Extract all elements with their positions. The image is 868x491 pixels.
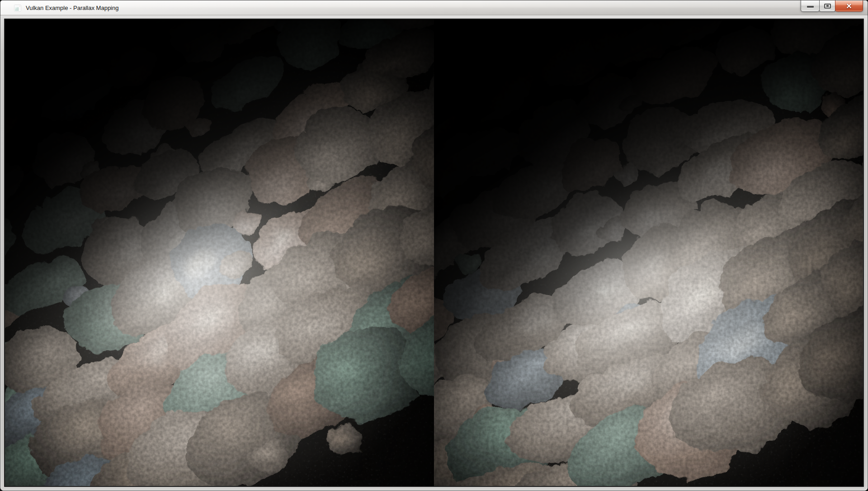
minimize-button[interactable]	[801, 0, 820, 12]
minimize-icon	[807, 6, 814, 8]
window-frame	[0, 15, 868, 491]
viewport-left-parallax-render[interactable]	[5, 19, 434, 486]
maximize-icon	[824, 4, 831, 9]
screen: Vulkan Example - Parallax Mapping ✕	[0, 0, 868, 491]
render-area	[4, 19, 864, 487]
rock-wall-render-left	[5, 19, 434, 486]
rock-wall-render-right	[434, 19, 863, 486]
close-icon: ✕	[846, 3, 852, 10]
titlebar[interactable]: Vulkan Example - Parallax Mapping ✕	[0, 0, 868, 15]
maximize-button[interactable]	[819, 0, 835, 12]
viewport-right-render[interactable]	[434, 19, 863, 486]
window-controls: ✕	[801, 0, 863, 12]
application-window-icon	[14, 5, 21, 12]
window-title: Vulkan Example - Parallax Mapping	[26, 0, 118, 15]
application-window-icon-svg	[14, 5, 21, 12]
close-button[interactable]: ✕	[835, 0, 863, 12]
app-window: Vulkan Example - Parallax Mapping ✕	[0, 0, 868, 491]
